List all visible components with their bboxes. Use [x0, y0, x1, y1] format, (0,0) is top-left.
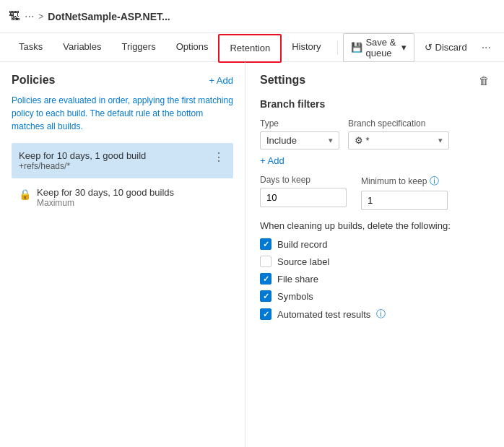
tab-history[interactable]: History: [282, 33, 331, 62]
policies-title: Policies: [12, 74, 55, 87]
delete-button[interactable]: 🗑: [479, 74, 490, 87]
nav-actions: 💾 Save & queue ▾ ↺ Discard ···: [343, 33, 495, 62]
discard-button[interactable]: ↺ Discard: [417, 39, 474, 56]
checkbox-item-symbols[interactable]: Symbols: [260, 290, 490, 302]
policy-item-2-name: Keep for 30 days, 10 good builds: [37, 187, 174, 198]
tab-options[interactable]: Options: [166, 33, 219, 62]
branch-spec-chevron-icon: ▾: [438, 136, 443, 145]
min-to-keep-info-icon[interactable]: ⓘ: [430, 175, 439, 188]
days-to-keep-input[interactable]: [260, 188, 347, 207]
checkboxes-container: Build recordSource labelFile shareSymbol…: [260, 238, 490, 321]
save-queue-button[interactable]: 💾 Save & queue ▾: [343, 33, 414, 62]
discard-label: Discard: [435, 42, 467, 53]
policy-item-1-content: Keep for 10 days, 1 good build +refs/hea…: [19, 150, 146, 171]
type-select[interactable]: Include ▾: [260, 131, 339, 149]
checkbox-symbols[interactable]: [260, 290, 271, 302]
checkbox-item-file_share[interactable]: File share: [260, 273, 490, 285]
branch-filters-title: Branch filters: [260, 98, 490, 110]
checkbox-item-source_label[interactable]: Source label: [260, 256, 490, 267]
policy-item-1-more[interactable]: ⋮: [212, 150, 226, 164]
header: 🏗 ··· > DotNetSample-ASP.NET...: [0, 0, 504, 33]
tab-variables[interactable]: Variables: [53, 33, 111, 62]
policy-item-2[interactable]: 🔒 Keep for 30 days, 10 good builds Maxim…: [12, 180, 233, 215]
add-policy-button[interactable]: + Add: [209, 75, 233, 86]
build-icon: 🏗: [9, 10, 20, 23]
cleanup-label: When cleaning up builds, delete the foll…: [260, 220, 490, 231]
policy-item-2-sub: Maximum: [37, 198, 174, 208]
save-icon: 💾: [351, 42, 362, 53]
tab-tasks[interactable]: Tasks: [9, 33, 53, 62]
save-dropdown-icon: ▾: [401, 42, 407, 53]
tab-triggers[interactable]: Triggers: [111, 33, 165, 62]
type-chevron-icon: ▾: [329, 136, 333, 145]
days-to-keep-group: Days to keep: [260, 175, 347, 210]
add-filter-button[interactable]: + Add: [260, 155, 490, 166]
policy-item-1[interactable]: Keep for 10 days, 1 good build +refs/hea…: [12, 143, 233, 178]
fields-row: Days to keep Minimum to keep ⓘ: [260, 175, 490, 210]
checkbox-item-build_record[interactable]: Build record: [260, 238, 490, 250]
checkbox-label-source_label: Source label: [277, 256, 329, 267]
branch-spec-value: ⚙ *: [355, 135, 370, 146]
settings-title: Settings: [260, 74, 305, 87]
policies-description: Policies are evaluated in order, applyin…: [12, 94, 233, 133]
checkbox-build_record[interactable]: [260, 238, 271, 250]
filters-row: Type Include ▾ Branch specification ⚙ * …: [260, 118, 490, 149]
lock-icon: 🔒: [19, 188, 31, 200]
policies-header: Policies + Add: [12, 74, 233, 87]
page-title: DotNetSample-ASP.NET...: [48, 11, 170, 22]
branch-spec-label: Branch specification: [348, 118, 449, 129]
tab-retention[interactable]: Retention: [218, 34, 282, 63]
policy-item-1-name: Keep for 10 days, 1 good build: [19, 150, 146, 161]
checkbox-automated_test[interactable]: [260, 308, 271, 320]
checkbox-item-automated_test[interactable]: Automated test resultsⓘ: [260, 308, 490, 321]
breadcrumb-separator: >: [38, 12, 43, 22]
breadcrumb-more[interactable]: ···: [25, 10, 34, 23]
type-value: Include: [266, 135, 297, 146]
discard-icon: ↺: [425, 42, 433, 53]
branch-spec-select[interactable]: ⚙ * ▾: [348, 131, 449, 149]
checkbox-file_share[interactable]: [260, 273, 271, 285]
nav-divider: [337, 40, 338, 55]
save-queue-label: Save & queue: [365, 37, 398, 58]
policy-item-1-sub: +refs/heads/*: [19, 161, 146, 171]
checkbox-label-automated_test: Automated test results: [277, 309, 370, 320]
checkbox-label-build_record: Build record: [277, 239, 327, 250]
automated_test-info-icon[interactable]: ⓘ: [376, 308, 386, 321]
branch-spec-field-group: Branch specification ⚙ * ▾: [348, 118, 449, 149]
checkbox-label-symbols: Symbols: [277, 291, 313, 302]
policy-item-2-lock-row: 🔒 Keep for 30 days, 10 good builds Maxim…: [19, 187, 174, 208]
nav-more-button[interactable]: ···: [477, 38, 495, 57]
days-to-keep-label: Days to keep: [260, 175, 347, 185]
policy-item-2-content: Keep for 30 days, 10 good builds Maximum: [37, 187, 174, 208]
min-to-keep-label: Minimum to keep: [361, 176, 427, 186]
nav-tabs: Tasks Variables Triggers Options Retenti…: [0, 33, 504, 62]
type-field-group: Type Include ▾: [260, 118, 339, 149]
main-layout: Policies + Add Policies are evaluated in…: [0, 62, 504, 447]
min-to-keep-input[interactable]: [361, 191, 448, 210]
checkbox-source_label[interactable]: [260, 256, 271, 267]
checkbox-label-file_share: File share: [277, 274, 318, 285]
type-label: Type: [260, 118, 339, 129]
min-to-keep-group: Minimum to keep ⓘ: [361, 175, 448, 210]
settings-header: Settings 🗑: [260, 74, 490, 87]
left-panel: Policies + Add Policies are evaluated in…: [0, 62, 246, 447]
right-panel: Settings 🗑 Branch filters Type Include ▾…: [246, 62, 504, 447]
